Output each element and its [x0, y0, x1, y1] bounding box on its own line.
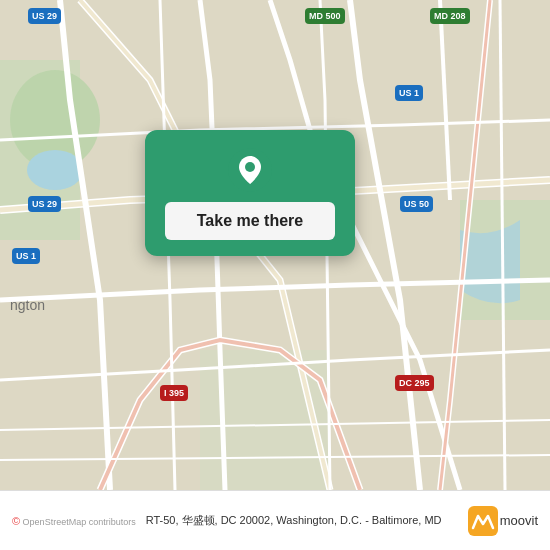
moovit-label: moovit [500, 513, 538, 528]
bottom-bar: © OpenStreetMap contributors RT-50, 华盛顿,… [0, 490, 550, 550]
svg-text:ngton: ngton [10, 297, 45, 313]
moovit-icon [468, 506, 498, 536]
shield-us29-top: US 29 [28, 8, 61, 24]
shield-i395: I 395 [160, 385, 188, 401]
shield-us29-mid: US 29 [28, 196, 61, 212]
moovit-logo: moovit [468, 506, 538, 536]
take-me-there-button[interactable]: Take me there [165, 202, 335, 240]
location-card: Take me there [145, 130, 355, 256]
osm-attribution: © OpenStreetMap contributors [12, 515, 136, 527]
shield-us1-mid: US 1 [12, 248, 40, 264]
shield-dc295: DC 295 [395, 375, 434, 391]
location-pin-icon [228, 148, 272, 192]
shield-md208: MD 208 [430, 8, 470, 24]
map-container: ngton US 29 MD 500 MD 208 US 1 US 50 US … [0, 0, 550, 490]
svg-point-5 [27, 150, 83, 190]
shield-us1-top: US 1 [395, 85, 423, 101]
address-text: RT-50, 华盛顿, DC 20002, Washington, D.C. -… [140, 513, 468, 528]
svg-rect-9 [468, 506, 498, 536]
shield-us50-right: US 50 [400, 196, 433, 212]
svg-point-8 [245, 162, 255, 172]
shield-md500: MD 500 [305, 8, 345, 24]
